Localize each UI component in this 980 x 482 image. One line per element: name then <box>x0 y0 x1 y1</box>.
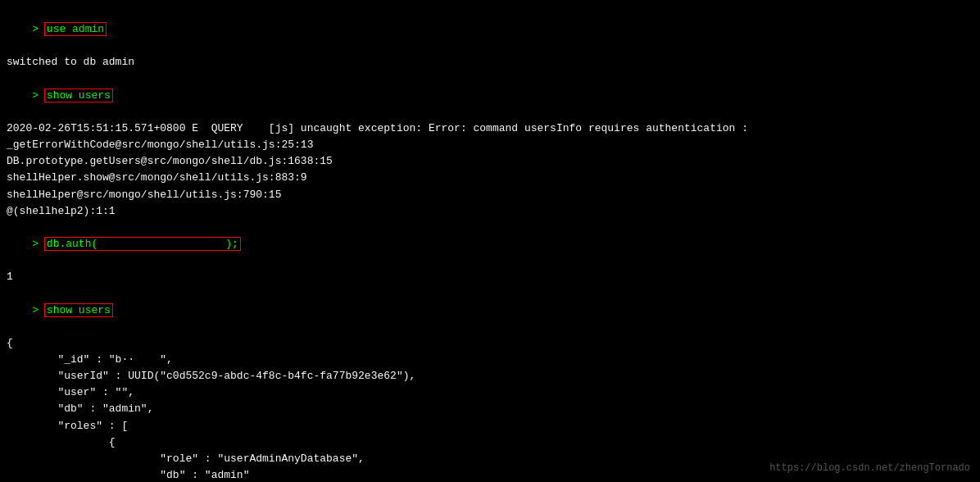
prompt-1: > <box>32 23 45 35</box>
line-18: "roles" : [ <box>7 418 973 434</box>
line-10: > db.auth( ); <box>7 220 973 269</box>
line-17: "db" : "admin", <box>7 401 973 417</box>
line-2: switched to db admin <box>7 54 973 70</box>
line-6: DB.prototype.getUsers@src/mongo/shell/db… <box>7 153 973 170</box>
line-19: { <box>7 434 973 451</box>
line-11: 1 <box>7 269 973 285</box>
line-16: "user" : "", <box>7 384 973 401</box>
line-14: "_id" : "b·· ", <box>7 352 973 368</box>
line-15: "userId" : UUID("c0d552c9-abdc-4f8c-b4fc… <box>7 368 973 384</box>
cmd-use-admin: use admin <box>45 23 106 35</box>
line-7: shellHelper.show@src/mongo/shell/utils.j… <box>7 170 973 186</box>
cmd-show-users-1: show users <box>45 89 112 102</box>
cmd-show-users-2: show users <box>45 304 112 316</box>
cmd-db-auth: db.auth( ); <box>45 238 240 250</box>
line-12: > show users <box>7 285 973 334</box>
line-5: _getErrorWithCode@src/mongo/shell/utils.… <box>7 137 973 153</box>
watermark: https://blog.csdn.net/zhengTornado <box>769 462 970 474</box>
terminal-window: > use admin switched to db admin > show … <box>0 0 980 482</box>
prompt-3: > <box>32 89 45 102</box>
line-3: > show users <box>7 71 973 120</box>
line-4: 2020-02-26T15:51:15.571+0800 E QUERY [js… <box>7 120 973 137</box>
line-9: @(shellhelp2):1:1 <box>7 203 973 220</box>
line-13: { <box>7 335 973 352</box>
line-8: shellHelper@src/mongo/shell/utils.js:790… <box>7 187 973 203</box>
prompt-10: > <box>32 238 45 250</box>
line-1: > use admin <box>7 5 973 54</box>
prompt-12: > <box>32 304 45 316</box>
